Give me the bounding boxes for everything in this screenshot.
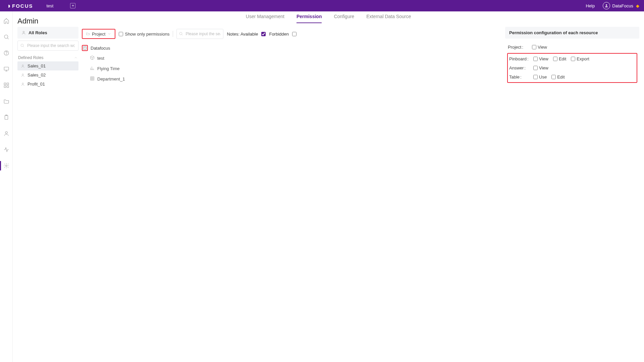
username-label: DataFocus (612, 3, 633, 8)
window-tab[interactable]: test (47, 3, 54, 8)
user-menu[interactable]: DataFocus ◆ (603, 2, 639, 9)
top-bar: FOCUS test + Help DataFocus ◆ (0, 0, 644, 11)
avatar-icon (603, 2, 610, 9)
logo-text: FOCUS (12, 3, 33, 9)
help-link[interactable]: Help (586, 3, 595, 8)
crown-icon: ◆ (636, 3, 639, 8)
logo-icon (5, 3, 11, 9)
logo: FOCUS (5, 3, 33, 9)
add-tab-button[interactable]: + (70, 3, 75, 8)
svg-point-0 (606, 4, 607, 6)
